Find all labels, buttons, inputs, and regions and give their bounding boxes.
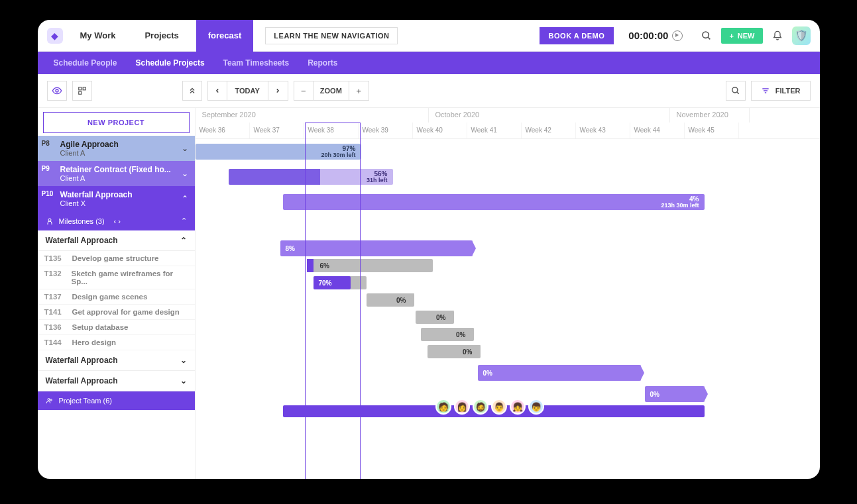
bar-pct: 70% xyxy=(319,279,332,287)
chevron-up-icon[interactable]: ⌃ xyxy=(182,194,188,203)
bar-phase3[interactable]: 0% xyxy=(645,386,705,402)
svg-rect-3 xyxy=(78,87,81,90)
chevron-down-icon[interactable]: ⌄ xyxy=(180,356,187,365)
next-icon[interactable] xyxy=(268,81,288,101)
avatar[interactable]: 👩 xyxy=(454,399,470,415)
task-row-t136[interactable]: T136Setup database xyxy=(38,320,195,335)
zoom-group: − ZOOM + xyxy=(294,81,369,101)
project-id: P10 xyxy=(42,190,54,197)
sub-nav: Schedule People Schedule Projects Team T… xyxy=(38,52,820,74)
month-label: October 2020 xyxy=(429,108,670,123)
task-id: T137 xyxy=(44,293,66,301)
project-team-section[interactable]: Project Team (6) xyxy=(38,391,195,410)
phase-row-3[interactable]: Waterfall Approach ⌄ xyxy=(38,371,195,391)
svg-point-2 xyxy=(56,89,58,92)
eye-icon[interactable] xyxy=(47,81,67,101)
bar-phase2[interactable]: 0% xyxy=(478,365,641,381)
search-icon[interactable] xyxy=(697,26,716,45)
project-row-p10[interactable]: P10 Waterfall Approach Client X ⌃ xyxy=(38,186,195,211)
subnav-team-timesheets[interactable]: Team Timesheets xyxy=(223,52,290,74)
gantt-row-p9: 56% 31h left xyxy=(196,164,820,189)
bar-phase1[interactable]: 8% xyxy=(280,240,473,256)
bar-sub: 213h 30m left xyxy=(661,203,699,209)
chevron-up-icon[interactable]: ⌃ xyxy=(181,217,187,225)
bar-pct: 0% xyxy=(396,297,406,304)
nav-my-work[interactable]: My Work xyxy=(68,20,128,52)
play-icon[interactable] xyxy=(672,30,683,41)
milestones-section[interactable]: Milestones (3) ‹ › ⌃ xyxy=(38,211,195,230)
user-avatar[interactable]: 🛡️ xyxy=(792,26,811,45)
svg-line-7 xyxy=(737,92,739,94)
task-id: T141 xyxy=(44,308,66,316)
avatar[interactable]: 👨 xyxy=(491,399,507,415)
new-project-button[interactable]: NEW PROJECT xyxy=(43,112,190,133)
bar-p10[interactable]: 4% 213h 30m left xyxy=(283,194,705,210)
bar-p8[interactable]: 97% 20h 30m left xyxy=(196,144,361,160)
phase-row-1[interactable]: Waterfall Approach ⌃ xyxy=(38,230,195,251)
bar-t136[interactable]: 0% xyxy=(421,328,474,341)
task-row-t132[interactable]: T132Sketch game wireframes for Sp... xyxy=(38,266,195,289)
app-logo-icon[interactable]: ◆ xyxy=(47,28,63,44)
bar-pct: 0% xyxy=(463,348,472,356)
bar-t141[interactable]: 0% xyxy=(416,311,454,324)
zoom-out-icon[interactable]: − xyxy=(294,81,314,101)
book-demo-button[interactable]: BOOK A DEMO xyxy=(540,27,614,44)
bar-t144[interactable]: 0% xyxy=(428,345,481,358)
task-row-t144[interactable]: T144Hero design xyxy=(38,335,195,350)
prev-icon[interactable] xyxy=(207,81,227,101)
bar-pct: 0% xyxy=(483,370,492,377)
svg-point-12 xyxy=(48,399,50,401)
avatar[interactable]: 👦 xyxy=(528,399,544,415)
nav-forecast[interactable]: forecast xyxy=(196,20,254,52)
collapse-all-icon[interactable] xyxy=(182,81,202,101)
learn-navigation-button[interactable]: LEARN THE NEW NAVIGATION xyxy=(265,27,398,44)
task-row-t141[interactable]: T141Get approval for game design xyxy=(38,305,195,320)
avatar[interactable]: 🧔 xyxy=(473,399,488,415)
bar-pct: 0% xyxy=(436,314,445,321)
subnav-reports[interactable]: Reports xyxy=(308,52,337,74)
task-row-t137[interactable]: T137Design game scenes xyxy=(38,289,195,305)
project-row-p8[interactable]: P8 Agile Approach Client A ⌄ xyxy=(38,136,195,161)
bar-sub: 31h left xyxy=(367,177,388,184)
bell-icon[interactable] xyxy=(768,26,787,45)
subnav-schedule-projects[interactable]: Schedule Projects xyxy=(136,52,205,74)
nav-projects[interactable]: Projects xyxy=(133,20,190,52)
team-avatars: 🧑 👩 🧔 👨 👧 👦 xyxy=(435,399,544,415)
bar-t137[interactable]: 0% xyxy=(367,293,414,307)
avatar[interactable]: 👧 xyxy=(510,399,526,415)
bar-t132[interactable]: 70% xyxy=(314,276,351,289)
bar-p9[interactable]: 56% 31h left xyxy=(229,169,393,185)
timeline-search-icon[interactable] xyxy=(726,81,746,101)
top-nav: ◆ My Work Projects forecast LEARN THE NE… xyxy=(38,20,820,52)
bar-sub: 20h 30m left xyxy=(321,152,355,159)
timeline[interactable]: September 2020 October 2020 November 202… xyxy=(196,108,820,479)
task-id: T135 xyxy=(44,254,66,262)
code-icon: ‹ › xyxy=(114,217,121,225)
chevron-down-icon[interactable]: ⌄ xyxy=(182,144,188,153)
toolbar: TODAY − ZOOM + FILTER xyxy=(38,74,820,108)
subnav-schedule-people[interactable]: Schedule People xyxy=(54,52,117,74)
chevron-down-icon[interactable]: ⌄ xyxy=(182,169,188,178)
svg-line-1 xyxy=(708,37,710,39)
chevron-down-icon[interactable]: ⌄ xyxy=(180,376,187,385)
week-label: Week 43 xyxy=(576,123,630,138)
project-row-p9[interactable]: P9 Retainer Contract (Fixed ho... Client… xyxy=(38,161,195,186)
task-row-t135[interactable]: T135Develop game structure xyxy=(38,251,195,266)
filter-button[interactable]: FILTER xyxy=(751,81,811,101)
phase-row-2[interactable]: Waterfall Approach ⌄ xyxy=(38,350,195,371)
chevron-up-icon[interactable]: ⌃ xyxy=(180,236,187,245)
new-button[interactable]: + NEW xyxy=(721,28,762,44)
svg-point-6 xyxy=(732,87,738,93)
today-button[interactable]: TODAY xyxy=(227,81,268,101)
week-label: Week 36 xyxy=(196,123,250,138)
phase-name: Waterfall Approach xyxy=(46,236,118,245)
zoom-in-icon[interactable]: + xyxy=(349,81,369,101)
layout-icon[interactable] xyxy=(72,81,92,101)
project-client: Client X xyxy=(60,199,182,207)
bar-t135[interactable]: 6% xyxy=(307,259,433,272)
filter-label: FILTER xyxy=(775,87,801,95)
timer-display[interactable]: 00:00:00 xyxy=(628,30,683,41)
task-name: Hero design xyxy=(72,338,116,346)
avatar[interactable]: 🧑 xyxy=(435,399,451,415)
filter-icon xyxy=(761,86,770,95)
